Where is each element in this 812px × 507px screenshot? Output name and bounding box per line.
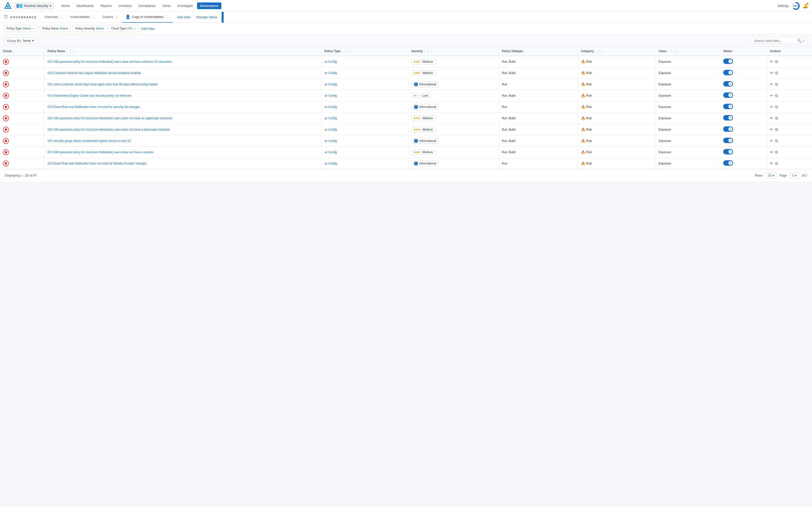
col-category-drag[interactable]: ⋮⋮: [597, 49, 604, 53]
copy-icon[interactable]: ⧉: [775, 116, 778, 120]
expand-icon[interactable]: ▷: [803, 39, 805, 43]
env-selector[interactable]: Runtime Security ▾: [14, 3, 54, 9]
nav-investigate[interactable]: Investigate: [175, 2, 196, 9]
filter-policy-type-value[interactable]: Select: [22, 27, 31, 30]
status-toggle[interactable]: [723, 149, 733, 154]
col-severity-drag[interactable]: ⋮⋮: [426, 49, 433, 53]
nav-governance[interactable]: Governance: [197, 2, 221, 9]
copy-icon[interactable]: ⧉: [775, 139, 778, 143]
filter-policy-type-clear[interactable]: ×: [33, 26, 35, 31]
rows-per-page-select[interactable]: 25 ▾: [766, 172, 776, 178]
nav-alerts[interactable]: Alerts: [159, 2, 173, 9]
status-toggle[interactable]: [723, 104, 733, 109]
add-view-button[interactable]: Add View: [174, 15, 193, 19]
nav-home[interactable]: Home: [58, 2, 72, 9]
cell-severity: Medium: [408, 113, 499, 124]
sort-status-icon[interactable]: ↕: [733, 50, 735, 53]
nav-dashboards[interactable]: Dashboards: [73, 2, 97, 9]
edit-icon[interactable]: ✏: [770, 161, 773, 166]
status-toggle[interactable]: [723, 70, 733, 75]
search-input[interactable]: [754, 39, 796, 43]
status-toggle[interactable]: [723, 115, 733, 120]
edit-icon[interactable]: ✏: [770, 116, 773, 120]
cell-status: [720, 135, 767, 147]
status-toggle[interactable]: [723, 93, 733, 98]
tab-copy-vulnerabilities-menu-icon[interactable]: ⋮: [165, 14, 169, 19]
sort-severity-icon[interactable]: ↕: [424, 50, 425, 53]
policy-name-text[interactable]: OCI IAM password policy for local (non-f…: [48, 117, 172, 120]
sort-cloud-icon[interactable]: ↓: [12, 50, 13, 53]
flame-icon: 🔥: [581, 82, 585, 86]
status-toggle[interactable]: [723, 160, 733, 166]
col-policy-type-drag[interactable]: ⋮⋮: [344, 49, 351, 53]
edit-icon[interactable]: ✏: [770, 82, 773, 87]
nav-inventory[interactable]: Inventory: [116, 2, 134, 9]
copy-icon[interactable]: ⧉: [775, 71, 778, 75]
group-by-dropdown[interactable]: Group By: None ▾: [4, 37, 37, 44]
copy-icon[interactable]: ⧉: [775, 127, 778, 132]
policy-name-text[interactable]: OCI Event Rule and Notification does not…: [48, 105, 140, 109]
edit-icon[interactable]: ✏: [770, 138, 773, 143]
filter-cloud-type-clear[interactable]: ×: [134, 26, 136, 31]
sort-policy-subtype-icon[interactable]: ↕: [524, 50, 525, 53]
tab-overview-menu-icon[interactable]: ⋮: [59, 14, 63, 19]
dot-3: [418, 118, 419, 119]
cell-actions: ✏ ⧉: [767, 113, 812, 124]
policy-name-text[interactable]: OCI IAM password policy for local (non-f…: [48, 60, 172, 63]
policy-name-text[interactable]: OCI security group allows unrestricted i…: [48, 139, 131, 143]
edit-icon[interactable]: ✏: [770, 93, 773, 98]
status-toggle[interactable]: [723, 81, 733, 87]
status-toggle[interactable]: [723, 126, 733, 132]
nav-compliance[interactable]: Compliance: [136, 2, 159, 9]
policy-name-text[interactable]: OCI Event Rule and Notification does not…: [48, 162, 147, 165]
page-number-select[interactable]: 1 ▾: [790, 172, 799, 178]
tab-overview[interactable]: Overview ⋮: [41, 12, 67, 22]
status-toggle[interactable]: [723, 59, 733, 64]
copy-icon[interactable]: ⧉: [775, 59, 778, 64]
policy-name-text[interactable]: OCI IAM password policy for local (non-f…: [48, 151, 154, 154]
manage-views-button[interactable]: Manage Views: [194, 15, 220, 19]
tab-custom-menu-icon[interactable]: ⋮: [115, 14, 119, 19]
class-text: Exposure: [659, 162, 671, 165]
policy-name-text[interactable]: OCI IAM password policy for local (non-f…: [48, 128, 170, 131]
col-class-drag[interactable]: ⋮⋮: [670, 49, 677, 53]
policy-name-text[interactable]: OCI Compute Instance has Legacy MetaData…: [48, 71, 141, 75]
cell-severity: Medium: [408, 147, 499, 158]
sort-class-icon[interactable]: ↕: [667, 50, 669, 53]
tab-vulnerabilities[interactable]: Vulnerabilities ⋮: [67, 12, 99, 22]
sort-category-icon[interactable]: ↕: [595, 50, 596, 53]
edit-icon[interactable]: ✏: [770, 70, 773, 75]
sort-policy-type-icon[interactable]: ↕: [342, 50, 343, 53]
edit-icon[interactable]: ✏: [770, 105, 773, 109]
copy-icon[interactable]: ⧉: [775, 82, 778, 87]
policy-name-text[interactable]: OCI Kubernetes Engine Cluster pod securi…: [48, 94, 131, 97]
tab-vulnerabilities-menu-icon[interactable]: ⋮: [91, 14, 95, 19]
edit-icon[interactable]: ✏: [770, 59, 773, 64]
copy-icon[interactable]: ⧉: [775, 94, 778, 98]
add-filter-button[interactable]: Add Filter: [141, 27, 155, 31]
cell-status: [720, 90, 767, 101]
severity-label: Medium: [423, 71, 433, 75]
copy-icon[interactable]: ⧉: [775, 150, 778, 154]
settings-button[interactable]: Settings: [777, 4, 789, 8]
copy-icon[interactable]: ⧉: [775, 161, 778, 166]
col-category-label: Category: [581, 49, 594, 53]
progress-circle[interactable]: 62%: [792, 2, 800, 10]
copy-icon[interactable]: ⧉: [775, 105, 778, 109]
cell-policy-type: ⇄ Config: [321, 90, 408, 101]
tab-copy-vulnerabilities[interactable]: 👤 Copy of Vulnerabilities ⋮: [122, 12, 172, 22]
status-toggle[interactable]: [723, 138, 733, 143]
tab-custom[interactable]: Custom ⋮: [99, 12, 122, 22]
nav-links: Home Dashboards Reports Inventory Compli…: [58, 2, 221, 9]
policy-name-text[interactable]: OCI users customer secret keys have aged…: [48, 82, 158, 86]
edit-icon[interactable]: ✏: [770, 127, 773, 132]
filter-policy-name-value[interactable]: Select: [60, 27, 68, 30]
bell-button[interactable]: 🔔: [803, 3, 808, 9]
filter-cloud-type-value[interactable]: OCI: [127, 27, 132, 30]
edit-icon[interactable]: ✏: [770, 150, 773, 154]
sort-policy-name-icon[interactable]: ↕: [66, 50, 67, 53]
nav-reports[interactable]: Reports: [98, 2, 115, 9]
severity-badge-info: i Informational: [411, 161, 439, 166]
filter-policy-severity-value[interactable]: Select: [96, 27, 104, 30]
col-policy-name-drag[interactable]: ⋮⋮: [68, 49, 75, 53]
